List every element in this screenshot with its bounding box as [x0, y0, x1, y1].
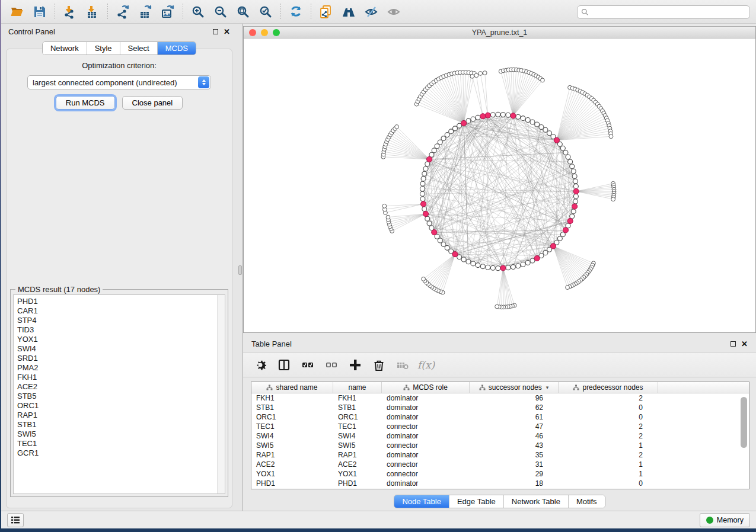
mcds-hub-node [572, 204, 578, 209]
export-table-button[interactable] [134, 2, 157, 21]
column-header-shared_name[interactable]: shared name [251, 382, 333, 393]
cell-successor_nodes: 31 [470, 460, 559, 469]
table-row[interactable]: PHD1PHD1dominator180 [251, 479, 749, 488]
zoom-selected-button[interactable] [254, 2, 277, 21]
table-scrollbar-thumb[interactable] [741, 397, 747, 448]
mcds-result-item[interactable]: ACE2 [17, 382, 213, 392]
column-header-mcds_role[interactable]: MCDS role [382, 382, 470, 393]
cell-shared_name: YOX1 [251, 470, 333, 478]
table-row[interactable]: STB1STB1dominator620 [251, 403, 749, 412]
close-panel-button[interactable]: Close panel [122, 96, 183, 110]
table-toolbar: f(x) [243, 352, 756, 377]
close-window-icon[interactable] [249, 29, 256, 36]
table-tab-edge-table[interactable]: Edge Table [449, 495, 504, 508]
maximize-window-icon[interactable] [273, 29, 280, 36]
toolbar-separator [55, 4, 55, 20]
run-mcds-button[interactable]: Run MCDS [56, 96, 115, 110]
cell-successor_nodes: 47 [470, 422, 559, 431]
network-window: YPA_prune.txt_1 [243, 26, 756, 333]
table-row[interactable]: ACE2ACE2connector311 [251, 460, 749, 469]
split-panel-button[interactable] [275, 356, 293, 374]
delete-table-button[interactable] [394, 356, 412, 374]
mcds-result-item[interactable]: STB1 [17, 420, 213, 430]
table-row[interactable]: TEC1TEC1connector472 [251, 422, 749, 431]
add-column-button[interactable] [346, 356, 364, 374]
mcds-result-item[interactable]: RAP1 [17, 411, 213, 420]
mcds-result-item[interactable]: CAR1 [17, 306, 213, 316]
mcds-result-item[interactable]: FKH1 [17, 373, 213, 382]
table-row[interactable]: SWI4SWI4dominator462 [251, 431, 749, 441]
table-panel: Table Panel ✕ f(x) shared namenameMCDS r… [243, 336, 756, 511]
float-panel-icon[interactable] [213, 29, 218, 34]
memory-button[interactable]: Memory [700, 513, 750, 527]
mcds-result-item[interactable]: PHD1 [17, 297, 213, 306]
float-table-panel-icon[interactable] [731, 341, 736, 347]
table-row[interactable]: FKH1FKH1dominator962 [251, 393, 749, 403]
mcds-result-item[interactable]: TEC1 [17, 439, 213, 448]
open-file-button[interactable] [6, 2, 28, 21]
attribute-icon [266, 384, 273, 390]
export-image-button[interactable] [157, 2, 179, 21]
close-panel-icon[interactable]: ✕ [224, 28, 230, 36]
result-list-scrollbar[interactable] [217, 295, 225, 493]
mcds-result-item[interactable]: YOX1 [17, 335, 213, 344]
select-all-button[interactable] [299, 356, 317, 374]
import-network-button[interactable] [59, 2, 81, 21]
close-table-panel-icon[interactable]: ✕ [741, 340, 748, 348]
network-window-titlebar[interactable]: YPA_prune.txt_1 [244, 27, 755, 39]
mcds-result-item[interactable]: TID3 [17, 325, 213, 335]
zoom-fit-button[interactable] [232, 2, 254, 21]
tab-mcds[interactable]: MCDS [158, 42, 196, 55]
main-toolbar [1, 0, 756, 24]
network-search-box[interactable] [577, 5, 750, 19]
task-history-button[interactable] [7, 513, 24, 527]
mcds-result-item[interactable]: PMA2 [17, 363, 213, 373]
import-table-button[interactable] [81, 2, 104, 21]
mcds-result-item[interactable]: STP4 [17, 316, 213, 325]
column-header-predecessor_nodes[interactable]: predecessor nodes [559, 382, 658, 393]
zoom-out-button[interactable] [209, 2, 232, 21]
mcds-result-list[interactable]: PHD1CAR1STP4TID3YOX1SWI4SRD1PMA2FKH1ACE2… [13, 294, 225, 494]
table-tab-node-table[interactable]: Node Table [394, 495, 449, 508]
table-row[interactable]: SWI5SWI5connector431 [251, 441, 749, 450]
function-builder-icon[interactable]: f(x) [417, 359, 435, 371]
deselect-all-button[interactable] [323, 356, 340, 374]
column-header-name[interactable]: name [333, 382, 382, 393]
panel-splitter[interactable] [237, 24, 243, 511]
optimization-criterion-select[interactable]: largest connected component (undirected) [27, 75, 211, 89]
cell-predecessor_nodes: 0 [559, 479, 658, 488]
mcds-result-item[interactable]: ORC1 [17, 401, 213, 411]
tab-style[interactable]: Style [87, 42, 120, 55]
select-stepper-icon [198, 76, 209, 88]
delete-column-button[interactable] [370, 356, 388, 374]
table-row[interactable]: RAP1RAP1dominator352 [251, 450, 749, 460]
mcds-hub-node [426, 156, 432, 162]
leaf-node-layer[interactable] [381, 68, 616, 309]
clone-network-button[interactable] [315, 2, 337, 21]
column-header-successor_nodes[interactable]: successor nodes▾ [470, 382, 559, 393]
network-canvas[interactable] [244, 39, 755, 332]
table-row[interactable]: ORC1ORC1dominator610 [251, 412, 749, 422]
mcds-result-item[interactable]: SWI4 [17, 344, 213, 354]
refresh-view-button[interactable] [285, 2, 307, 21]
minimize-window-icon[interactable] [261, 29, 268, 36]
show-all-button[interactable] [382, 2, 405, 21]
mcds-result-item[interactable]: SWI5 [17, 430, 213, 439]
search-input[interactable] [591, 8, 746, 17]
zoom-in-button[interactable] [187, 2, 209, 21]
mcds-result-item[interactable]: STB5 [17, 392, 213, 401]
settings-button[interactable] [251, 356, 269, 374]
mcds-result-item[interactable]: GCR1 [17, 448, 213, 458]
hide-selected-button[interactable] [360, 2, 382, 21]
table-row[interactable]: YOX1YOX1connector291 [251, 469, 749, 479]
search-binoculars-button[interactable] [337, 2, 360, 21]
tab-select[interactable]: Select [120, 42, 158, 55]
tab-network[interactable]: Network [43, 42, 87, 55]
export-network-button[interactable] [111, 2, 134, 21]
delete-table-icon [395, 358, 410, 372]
save-session-icon [33, 5, 47, 19]
table-tab-network-table[interactable]: Network Table [504, 495, 569, 508]
save-session-button[interactable] [28, 2, 51, 21]
table-tab-motifs[interactable]: Motifs [569, 495, 605, 508]
mcds-result-item[interactable]: SRD1 [17, 354, 213, 363]
